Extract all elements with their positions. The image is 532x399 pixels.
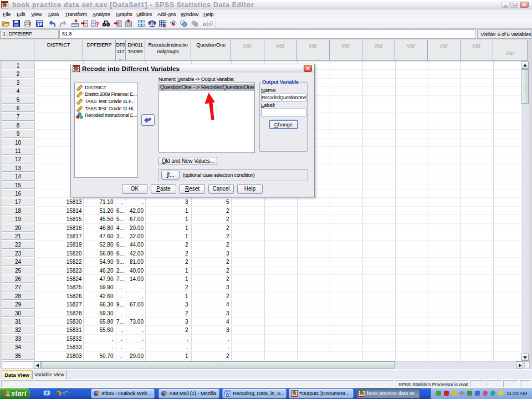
svg-text:W: W bbox=[226, 392, 230, 397]
svg-text:b: b bbox=[207, 21, 211, 27]
svg-text:?: ? bbox=[95, 21, 99, 28]
svg-text:e: e bbox=[63, 390, 66, 397]
svg-text:a: a bbox=[203, 21, 207, 27]
